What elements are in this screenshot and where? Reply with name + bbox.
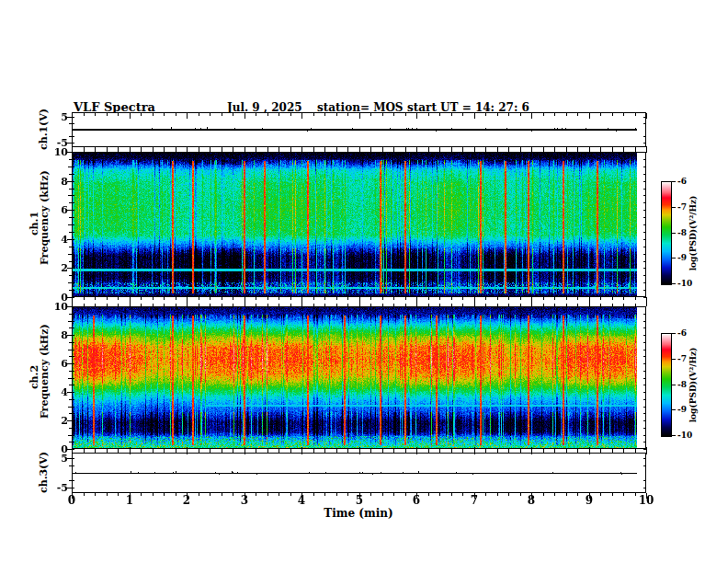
tick-mark: [69, 217, 74, 218]
tick-mark: [72, 113, 73, 119]
tick-mark: [462, 113, 463, 116]
tick-mark: [577, 304, 578, 306]
tick-mark: [118, 113, 119, 116]
tick-mark: [141, 113, 142, 116]
tick-mark: [245, 301, 245, 306]
tick-mark: [95, 493, 96, 496]
tick-mark: [68, 407, 74, 408]
tick-mark: [643, 449, 646, 450]
colorbar-ch1-tick-label: -9: [677, 254, 687, 262]
tick-mark: [233, 450, 233, 453]
tick-mark: [643, 202, 646, 203]
tick-mark: [643, 181, 646, 182]
tick-mark: [176, 304, 176, 306]
tick-mark: [67, 143, 74, 144]
tick-mark: [233, 149, 233, 152]
tick-mark: [130, 301, 131, 306]
tick-mark: [589, 146, 590, 152]
tick-mark: [428, 450, 429, 453]
tick-mark: [566, 149, 567, 152]
tick-mark: [643, 167, 646, 167]
tick-mark: [68, 321, 74, 322]
tick-mark: [382, 304, 383, 306]
tick-mark: [68, 350, 74, 350]
tick-mark: [643, 350, 646, 350]
tick-mark: [382, 297, 383, 300]
tick-mark: [118, 149, 119, 152]
tick-mark: [543, 149, 544, 152]
y-tick-label: 2: [48, 416, 68, 426]
tick-mark: [520, 450, 521, 453]
tick-mark: [290, 113, 291, 116]
tick-mark: [428, 304, 429, 306]
tick-mark: [347, 149, 348, 152]
tick-mark: [623, 113, 624, 116]
tick-mark: [290, 450, 291, 453]
tick-mark: [485, 450, 486, 453]
tick-mark: [646, 447, 647, 453]
tick-mark: [623, 297, 624, 300]
tick-mark: [405, 304, 406, 306]
tick-mark: [290, 149, 291, 152]
tick-mark: [324, 297, 325, 300]
tick-mark: [393, 493, 394, 496]
tick-mark: [520, 113, 521, 116]
ch3-waveform-canvas: [73, 454, 645, 492]
colorbar-ch2: [661, 333, 672, 437]
tick-mark: [68, 224, 74, 225]
tick-mark: [643, 136, 646, 137]
tick-mark: [497, 493, 498, 496]
tick-mark: [69, 465, 74, 466]
tick-mark: [233, 113, 233, 116]
tick-mark: [643, 217, 646, 218]
ch2-spectrogram-canvas: [73, 307, 645, 448]
tick-mark: [439, 493, 440, 496]
tick-mark: [210, 304, 210, 306]
tick-mark: [69, 385, 74, 385]
tick-mark: [359, 447, 360, 453]
tick-mark: [543, 113, 544, 116]
tick-mark: [600, 304, 601, 306]
colorbar-ch2-canvas: [662, 334, 671, 436]
tick-mark: [210, 297, 210, 300]
tick-mark: [416, 113, 417, 119]
tick-mark: [643, 189, 646, 190]
tick-mark: [474, 447, 475, 453]
tick-mark: [672, 385, 676, 385]
tick-mark: [643, 254, 646, 255]
tick-mark: [405, 113, 406, 116]
ch2-spectrogram-panel: [72, 306, 646, 449]
tick-mark: [520, 149, 521, 152]
tick-mark: [69, 189, 74, 190]
tick-mark: [222, 304, 222, 306]
tick-mark: [67, 239, 74, 240]
tick-mark: [67, 297, 74, 298]
tick-mark: [382, 113, 383, 116]
tick-mark: [69, 480, 74, 481]
tick-mark: [336, 149, 337, 152]
tick-mark: [543, 304, 544, 306]
colorbar-ch1-tick-label: -6: [677, 178, 687, 186]
tick-mark: [164, 304, 165, 306]
tick-mark: [643, 385, 646, 385]
tick-mark: [672, 207, 676, 208]
tick-mark: [393, 149, 394, 152]
tick-mark: [643, 378, 646, 379]
ch1-wave-ylabel: ch.1(V): [39, 102, 49, 157]
tick-mark: [222, 149, 222, 152]
tick-mark: [69, 159, 74, 160]
tick-mark: [508, 493, 509, 496]
x-tick-label: 4: [288, 495, 315, 506]
tick-mark: [267, 493, 268, 496]
tick-mark: [69, 356, 74, 357]
tick-mark: [428, 149, 429, 152]
tick-mark: [520, 297, 521, 300]
tick-mark: [531, 447, 532, 453]
tick-mark: [646, 113, 647, 119]
tick-mark: [336, 113, 337, 116]
tick-mark: [67, 458, 74, 459]
tick-mark: [72, 447, 73, 453]
tick-mark: [141, 304, 142, 306]
tick-mark: [130, 113, 131, 119]
tick-mark: [543, 297, 544, 300]
